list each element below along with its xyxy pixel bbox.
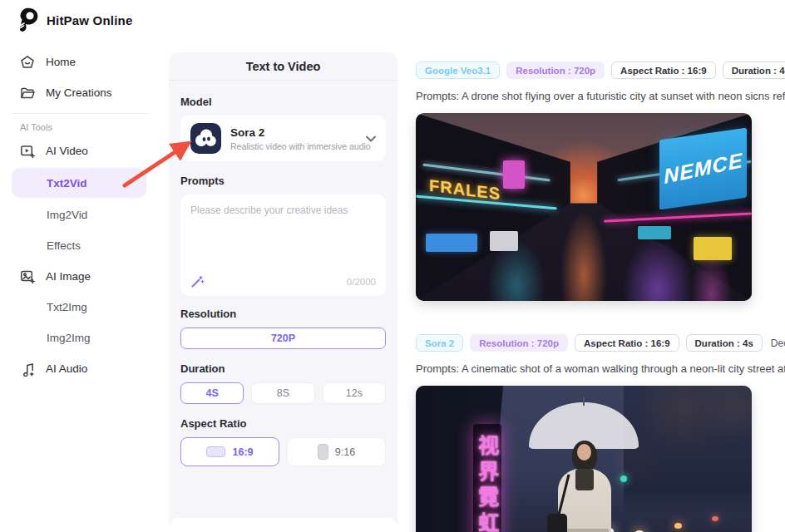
sidebar-item-txt2img[interactable]: Txt2Img (0, 292, 166, 323)
home-icon (20, 55, 35, 70)
sidebar-item-home[interactable]: Home (0, 47, 166, 77)
results-list: Google Veo3.1 Resolution : 720p Aspect R… (416, 52, 785, 532)
sidebar: Home My Creations AI Tools AI Video (0, 47, 166, 384)
sidebar-item-ai-image[interactable]: AI Image (0, 261, 166, 292)
panel-title: Text to Video (169, 52, 397, 81)
sidebar-item-effects[interactable]: Effects (0, 230, 166, 261)
hitpaw-logo-icon (17, 7, 39, 32)
duration-options: 4S 8S 12s (180, 382, 386, 404)
sidebar-item-img2vid[interactable]: Img2Vid (0, 200, 166, 230)
aspect-ratio-options: 16:9 9:16 (180, 437, 386, 466)
duration-label: Duration (180, 362, 386, 375)
duration-12s-button[interactable]: 12s (323, 382, 386, 404)
result-prompt: Prompts: A cinematic shot of a woman wal… (416, 362, 785, 375)
result-meta-row: Google Veo3.1 Resolution : 720p Aspect R… (416, 62, 785, 79)
sidebar-item-label: Effects (47, 239, 81, 252)
model-name: Sora 2 (230, 126, 357, 139)
aspect-9-16-button[interactable]: 9:16 (287, 437, 386, 466)
result-card: Sora 2 Resolution : 720p Aspect Ratio : … (416, 334, 785, 532)
resolution-720p-button[interactable]: 720P (180, 328, 386, 349)
aspect-ratio-badge: Aspect Ratio : 16:9 (575, 334, 679, 352)
duration-badge: Duration : 4s (686, 334, 763, 352)
duration-4s-button[interactable]: 4S (180, 382, 244, 404)
landscape-ratio-icon (206, 446, 225, 457)
sidebar-item-label: Txt2Img (47, 301, 87, 313)
sidebar-item-label: Img2Img (47, 332, 91, 344)
aspect-label: 9:16 (335, 446, 355, 458)
sidebar-item-ai-video[interactable]: AI Video (0, 135, 166, 166)
brand-name: HitPaw Online (47, 13, 132, 27)
prompt-box: 0/2000 (180, 195, 386, 296)
chevron-down-icon (366, 135, 376, 142)
model-badge: Google Veo3.1 (416, 62, 500, 79)
app-window: HitPaw Online Home My Creations AI Tools (0, 0, 785, 532)
sidebar-item-my-creations[interactable]: My Creations (0, 77, 166, 108)
sidebar-item-label: Home (46, 56, 76, 68)
prompt-input[interactable] (180, 195, 386, 271)
portrait-ratio-icon (318, 444, 328, 460)
text-to-video-panel: Text to Video Model Sora 2 Realistic vid… (169, 52, 397, 532)
result-prompt: Prompts: A drone shot flying over a futu… (416, 90, 785, 102)
aspect-ratio-label: Aspect Ratio (180, 417, 386, 430)
sidebar-item-txt2vid[interactable]: Txt2Vid (12, 168, 146, 198)
resolution-badge: Resolution : 720p (506, 62, 605, 79)
result-card: Google Veo3.1 Resolution : 720p Aspect R… (416, 62, 785, 301)
video-thumbnail[interactable]: FRALES NEMCE (416, 113, 752, 301)
image-plus-icon (20, 269, 35, 284)
model-badge: Sora 2 (416, 334, 463, 352)
model-selector[interactable]: Sora 2 Realistic video with immersive au… (180, 116, 386, 161)
char-counter: 0/2000 (347, 277, 376, 287)
result-meta-row: Sora 2 Resolution : 720p Aspect Ratio : … (416, 334, 785, 352)
sidebar-item-label: AI Video (46, 145, 88, 157)
brand-logo[interactable]: HitPaw Online (17, 7, 132, 32)
duration-8s-button[interactable]: 8S (251, 382, 314, 404)
magic-wand-icon[interactable] (190, 274, 205, 288)
video-plus-icon (20, 144, 35, 159)
sidebar-item-label: AI Audio (46, 362, 87, 375)
aspect-ratio-badge: Aspect Ratio : 16:9 (611, 62, 716, 79)
sora2-model-icon (190, 123, 221, 154)
resolution-badge: Resolution : 720p (470, 334, 568, 352)
sidebar-item-img2img[interactable]: Img2Img (0, 323, 166, 353)
sidebar-divider (12, 113, 148, 114)
aspect-16-9-button[interactable]: 16:9 (180, 437, 279, 466)
audio-plus-icon (20, 362, 35, 377)
prompts-label: Prompts (180, 175, 386, 187)
sidebar-item-label: AI Image (46, 270, 91, 283)
duration-badge: Duration : 4s (723, 62, 785, 79)
sidebar-section-label: AI Tools (0, 117, 166, 135)
result-date: Dec, 24,2025, 17:20 (771, 337, 785, 349)
street-reflections (416, 113, 752, 301)
model-description: Realistic video with immersive audio (230, 141, 357, 151)
aspect-label: 16:9 (232, 446, 253, 458)
sidebar-item-label: My Creations (46, 86, 112, 99)
sidebar-item-ai-audio[interactable]: AI Audio (0, 353, 166, 384)
folder-icon (20, 86, 35, 101)
street-reflections (416, 386, 752, 532)
model-label: Model (180, 96, 386, 108)
resolution-label: Resolution (180, 308, 386, 320)
sidebar-item-label: Txt2Vid (47, 177, 87, 190)
video-thumbnail[interactable]: 视界霓虹 (416, 386, 752, 532)
sidebar-item-label: Img2Vid (47, 209, 87, 221)
panel-footer (169, 518, 397, 532)
